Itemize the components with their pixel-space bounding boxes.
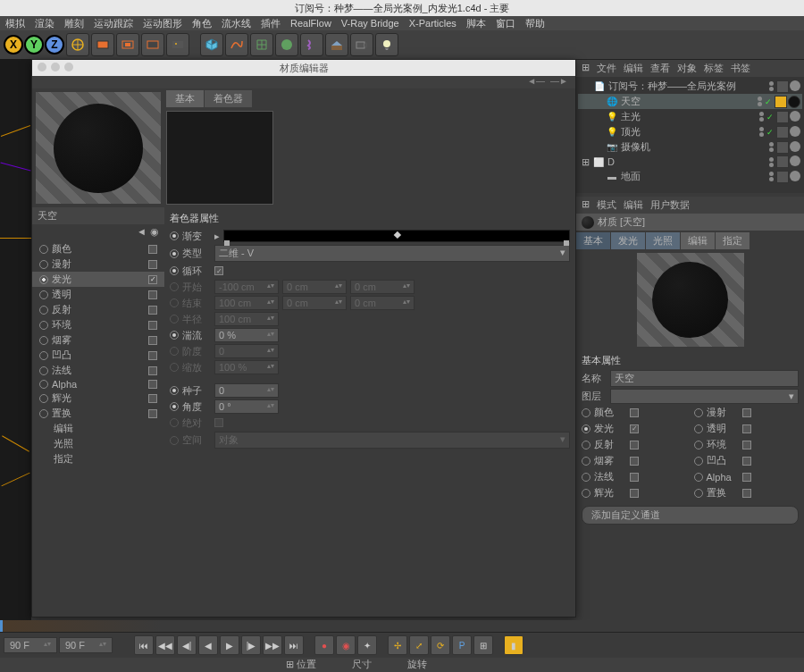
coord-tab[interactable]: ⊞ 位置 xyxy=(286,658,316,672)
attr-subtab-基本[interactable]: 基本 xyxy=(576,232,610,249)
menu-item[interactable]: RealFlow xyxy=(290,18,331,29)
attr-channel-checkbox[interactable] xyxy=(742,457,751,466)
menu-item[interactable]: 插件 xyxy=(261,17,281,30)
attr-channel-radio[interactable] xyxy=(694,489,703,498)
channel-radio[interactable] xyxy=(39,366,48,375)
grid-icon[interactable]: ⊞ xyxy=(582,198,590,212)
obj-tags[interactable] xyxy=(776,80,800,93)
type-radio[interactable] xyxy=(170,249,179,258)
channel-radio[interactable] xyxy=(39,275,48,284)
obj-row-顶光[interactable]: 💡顶光✓ xyxy=(578,124,802,139)
next-frame-button[interactable]: |▶ xyxy=(241,635,261,655)
visibility-dots[interactable] xyxy=(758,97,762,106)
channel-radio[interactable] xyxy=(39,245,48,254)
attr-tab[interactable]: 模式 xyxy=(597,198,616,212)
shader-preview[interactable] xyxy=(166,111,273,205)
visibility-dots[interactable] xyxy=(769,157,774,167)
menu-item[interactable]: 雕刻 xyxy=(64,17,84,30)
y-axis-button[interactable]: Y xyxy=(24,35,44,55)
environment-button[interactable] xyxy=(325,33,348,56)
channel-编辑[interactable]: 编辑 xyxy=(32,421,164,436)
visibility-dots[interactable] xyxy=(769,81,774,91)
obj-row-D[interactable]: ⊞⬜D xyxy=(578,155,802,169)
channel-checkbox[interactable] xyxy=(148,351,157,360)
layout-button[interactable]: ▮ xyxy=(504,635,523,655)
channel-发光[interactable]: 发光✓ xyxy=(32,272,164,287)
play-backward-button[interactable]: ◀ xyxy=(198,635,218,655)
visibility-dots[interactable] xyxy=(769,172,774,181)
menu-item[interactable]: V-Ray Bridge xyxy=(341,18,399,29)
obj-tags[interactable] xyxy=(776,155,800,168)
spline-button[interactable] xyxy=(225,33,248,56)
attr-channel-checkbox[interactable] xyxy=(742,489,751,498)
attr-channel-checkbox[interactable] xyxy=(742,473,751,482)
target-icon[interactable]: ◉ xyxy=(150,226,159,238)
menu-item[interactable]: 窗口 xyxy=(496,17,515,30)
channel-置换[interactable]: 置换 xyxy=(32,406,164,421)
tab-basic[interactable]: 基本 xyxy=(166,90,204,107)
attr-channel-checkbox[interactable] xyxy=(630,441,639,449)
world-button[interactable] xyxy=(66,33,89,56)
gradient-bar[interactable] xyxy=(223,230,570,242)
render-region-button[interactable] xyxy=(116,33,139,56)
material-editor-titlebar[interactable]: 材质编辑器 xyxy=(32,60,575,76)
attr-material-preview[interactable] xyxy=(637,253,744,347)
layer-input[interactable]: ▾ xyxy=(610,389,799,404)
material-name-field[interactable]: 天空 xyxy=(32,207,164,224)
seed-radio[interactable] xyxy=(170,386,179,395)
channel-checkbox[interactable] xyxy=(148,290,157,299)
expand-icon[interactable]: ⊞ xyxy=(582,156,590,168)
attr-subtab-编辑[interactable]: 编辑 xyxy=(681,232,715,249)
nav-next-button[interactable]: —► xyxy=(550,76,568,88)
channel-凹凸[interactable]: 凹凸 xyxy=(32,348,164,363)
attr-channel-checkbox[interactable] xyxy=(630,408,639,417)
channel-反射[interactable]: 反射 xyxy=(32,302,164,317)
pla-key-button[interactable]: ⊞ xyxy=(473,635,493,655)
attr-channel-radio[interactable] xyxy=(694,441,703,449)
channel-radio[interactable] xyxy=(39,409,48,418)
channel-Alpha[interactable]: Alpha xyxy=(32,378,164,391)
channel-checkbox[interactable] xyxy=(148,366,157,375)
move-key-button[interactable]: ✢ xyxy=(388,635,407,655)
channel-checkbox[interactable] xyxy=(148,380,157,389)
scale-key-button[interactable]: ⤢ xyxy=(409,635,429,655)
channel-checkbox[interactable] xyxy=(148,409,157,418)
attr-channel-radio[interactable] xyxy=(582,441,590,449)
obj-row-订阅号：种梦——全局光案例[interactable]: 📄订阅号：种梦——全局光案例 xyxy=(578,79,802,94)
attr-channel-radio[interactable] xyxy=(582,424,590,433)
attr-channel-checkbox[interactable] xyxy=(742,441,751,449)
turbulence-input[interactable]: 0 %▴▾ xyxy=(214,328,279,342)
channel-checkbox[interactable] xyxy=(148,245,157,254)
angle-input[interactable]: 0 °▴▾ xyxy=(214,399,279,414)
channel-radio[interactable] xyxy=(39,336,48,345)
render-button[interactable] xyxy=(91,33,114,56)
attr-channel-checkbox[interactable] xyxy=(742,424,751,433)
channel-颜色[interactable]: 颜色 xyxy=(32,241,164,256)
channel-radio[interactable] xyxy=(39,321,48,330)
camera-button[interactable] xyxy=(350,33,373,56)
attr-channel-radio[interactable] xyxy=(694,473,703,482)
menu-item[interactable]: 运动跟踪 xyxy=(94,17,133,30)
add-custom-channel-button[interactable]: 添加自定义通道 xyxy=(582,506,799,525)
coord-tab[interactable]: 旋转 xyxy=(407,658,427,672)
frame-start-input[interactable]: 90 F▴▾ xyxy=(4,637,57,653)
obj-row-主光[interactable]: 💡主光✓ xyxy=(578,109,802,124)
gradient-radio[interactable] xyxy=(170,231,179,240)
attr-channel-checkbox[interactable] xyxy=(630,457,639,466)
visibility-dots[interactable] xyxy=(769,142,774,152)
record-button[interactable]: ● xyxy=(314,635,334,655)
obj-tags[interactable] xyxy=(775,96,800,108)
channel-透明[interactable]: 透明 xyxy=(32,287,164,302)
attr-channel-radio[interactable] xyxy=(694,408,703,417)
autokey-button[interactable]: ◉ xyxy=(336,635,356,655)
prev-arrow-icon[interactable]: ◄ xyxy=(137,226,147,238)
material-preview[interactable] xyxy=(36,92,161,204)
channel-radio[interactable] xyxy=(39,351,48,360)
name-input[interactable]: 天空 xyxy=(610,370,799,387)
channel-漫射[interactable]: 漫射 xyxy=(32,256,164,272)
grid-icon[interactable]: ⊞ xyxy=(582,62,590,75)
attr-subtab-光照[interactable]: 光照 xyxy=(646,232,680,249)
window-controls[interactable] xyxy=(38,63,73,71)
obj-tags[interactable] xyxy=(776,141,800,154)
goto-end-button[interactable]: ⏭ xyxy=(284,635,304,655)
